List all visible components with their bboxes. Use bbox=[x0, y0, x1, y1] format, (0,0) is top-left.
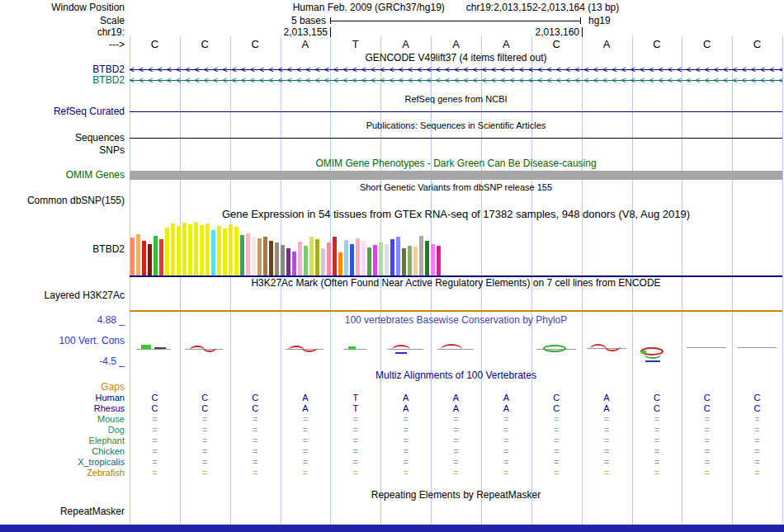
alignment-base: A bbox=[431, 403, 481, 414]
track-label-chicken[interactable]: Chicken bbox=[0, 446, 130, 457]
base-letter: A bbox=[481, 38, 531, 51]
alignment-match: = bbox=[281, 414, 331, 425]
omim-track[interactable] bbox=[130, 170, 782, 181]
repeatmasker-track[interactable] bbox=[130, 506, 782, 520]
alignment-row[interactable]: CCCATAAACACCC bbox=[130, 393, 782, 403]
gene-track-label[interactable]: BTBD2 bbox=[0, 64, 130, 75]
gaps-track[interactable] bbox=[130, 382, 782, 393]
track-label-layered-h3k27ac[interactable]: Layered H3K27Ac bbox=[0, 289, 130, 313]
alignment-match: = bbox=[380, 457, 431, 468]
gtex-bars bbox=[130, 222, 442, 275]
h3k27ac-header-row: H3K27Ac Mark (Often Found Near Active Re… bbox=[0, 277, 784, 289]
species-row-mouse: Mouse============= bbox=[0, 414, 784, 425]
gtex-bar bbox=[425, 241, 429, 275]
gtex-bar bbox=[281, 245, 285, 275]
alignment-row[interactable]: ============= bbox=[130, 446, 782, 457]
gtex-bar bbox=[153, 236, 158, 275]
h3k27ac-track[interactable] bbox=[130, 289, 782, 313]
gtex-bar bbox=[419, 236, 423, 275]
alignment-match: = bbox=[230, 414, 281, 425]
conservation-mark bbox=[641, 351, 646, 354]
alignment-match: = bbox=[230, 435, 281, 446]
refseq-track-row: RefSeq Curated bbox=[0, 106, 784, 117]
alignment-row[interactable]: ============= bbox=[130, 468, 782, 478]
gtex-bar bbox=[188, 224, 192, 275]
track-label-gtex-btbd2[interactable]: BTBD2 bbox=[0, 221, 130, 277]
track-label-100-vert-cons[interactable]: 100 Vert. Cons bbox=[59, 335, 125, 346]
alignment-row[interactable]: CCCATAAACACCC bbox=[130, 403, 782, 414]
scale-value: 5 bases bbox=[291, 15, 326, 26]
species-row-rhesus: RhesusCCCATAAACACCC bbox=[0, 403, 784, 414]
track-label-human[interactable]: Human bbox=[0, 393, 130, 403]
track-label-mouse[interactable]: Mouse bbox=[0, 414, 130, 425]
gene-track-label[interactable]: BTBD2 bbox=[0, 75, 130, 86]
alignment-row[interactable]: ============= bbox=[130, 425, 782, 435]
track-label-sequences[interactable]: Sequences bbox=[0, 132, 130, 144]
gtex-bar bbox=[194, 222, 198, 275]
h3k27ac-title: H3K27Ac Mark (Often Found Near Active Re… bbox=[130, 277, 782, 289]
dbsnp-track[interactable] bbox=[130, 194, 782, 207]
conservation-mark bbox=[395, 352, 407, 354]
refseq-track[interactable] bbox=[130, 106, 782, 117]
gtex-bar bbox=[390, 239, 394, 275]
gtex-bar bbox=[165, 228, 169, 275]
snps-track[interactable] bbox=[130, 144, 782, 157]
gene-model[interactable]: <<<<<<<<<<<<<<<<<<<<<<<<<<<<<<<<<<<<<<<<… bbox=[130, 64, 782, 75]
phylop-track[interactable] bbox=[130, 327, 782, 370]
track-label-x_tropicalis[interactable]: X_tropicalis bbox=[0, 457, 130, 468]
track-label-gaps[interactable]: Gaps bbox=[0, 382, 130, 393]
track-label-refseq-curated[interactable]: RefSeq Curated bbox=[0, 106, 130, 117]
gtex-bar bbox=[182, 223, 187, 275]
alignment-match: = bbox=[130, 435, 180, 446]
species-row-chicken: Chicken============= bbox=[0, 446, 784, 457]
publications-gutter bbox=[0, 121, 130, 132]
track-label-repeatmasker[interactable]: RepeatMasker bbox=[0, 506, 130, 520]
gtex-track[interactable] bbox=[130, 221, 782, 277]
track-label-omim-genes[interactable]: OMIM Genes bbox=[0, 170, 130, 181]
alignment-base: T bbox=[330, 393, 380, 403]
alignment-row[interactable]: ============= bbox=[130, 435, 782, 446]
gtex-header-row: Gene Expression in 54 tissues from GTEx … bbox=[0, 207, 784, 221]
track-label-snps[interactable]: SNPs bbox=[0, 144, 130, 157]
alignment-base: T bbox=[330, 403, 380, 414]
alignment-match: = bbox=[380, 414, 431, 425]
alignment-match: = bbox=[130, 446, 180, 457]
sequences-track[interactable] bbox=[130, 132, 782, 144]
alignment-row[interactable]: ============= bbox=[130, 457, 782, 468]
sequences-track-row: Sequences bbox=[0, 132, 784, 144]
alignment-match: = bbox=[582, 414, 632, 425]
bottom-bar[interactable] bbox=[0, 525, 784, 532]
base-row: ---> CCCATAAACACCC bbox=[0, 38, 784, 51]
track-label-elephant[interactable]: Elephant bbox=[0, 435, 130, 446]
repeatmasker-track-row: RepeatMasker bbox=[0, 500, 784, 520]
conservation-mark bbox=[136, 349, 171, 350]
alignment-base: A bbox=[281, 403, 331, 414]
h3k27ac-gutter bbox=[0, 277, 130, 289]
gtex-bar bbox=[240, 235, 244, 275]
alignment-row[interactable]: ============= bbox=[130, 414, 782, 425]
base-sequence[interactable]: CCCATAAACACCC bbox=[130, 38, 782, 51]
position-display: chr19:2,013,152-2,013,164 (13 bp) bbox=[466, 0, 619, 15]
alignment-match: = bbox=[682, 446, 732, 457]
position-row: Window Position Human Feb. 2009 (GRCh37/… bbox=[0, 0, 784, 15]
alignment-base: C bbox=[531, 403, 582, 414]
scale-bar-line bbox=[331, 21, 580, 21]
gtex-bar bbox=[361, 241, 366, 275]
gtex-bar bbox=[257, 238, 262, 275]
gtex-bar bbox=[211, 230, 215, 275]
track-label-common-dbsnp[interactable]: Common dbSNP(155) bbox=[0, 194, 130, 207]
track-label-zebrafish[interactable]: Zebrafish bbox=[0, 468, 130, 478]
alignment-match: = bbox=[682, 468, 732, 478]
base-letter: A bbox=[582, 38, 632, 51]
h3k27ac-track-row: Layered H3K27Ac bbox=[0, 289, 784, 313]
alignment-match: = bbox=[281, 457, 331, 468]
gtex-bar bbox=[373, 245, 377, 275]
dbsnp-gutter bbox=[0, 183, 130, 194]
track-label-dog[interactable]: Dog bbox=[0, 425, 130, 435]
chrom-ruler-row: chr19: 2,013,155 2,013,160 bbox=[0, 26, 784, 38]
gene-model[interactable]: <<<<<<<<<<<<<<<<<<<<<<<<<<<<<<<<<<<<<<<<… bbox=[130, 75, 782, 86]
track-label-rhesus[interactable]: Rhesus bbox=[0, 403, 130, 414]
alignment-match: = bbox=[180, 446, 230, 457]
gtex-bar bbox=[136, 234, 140, 275]
phylop-min-label: -4.5 _ bbox=[99, 355, 125, 367]
